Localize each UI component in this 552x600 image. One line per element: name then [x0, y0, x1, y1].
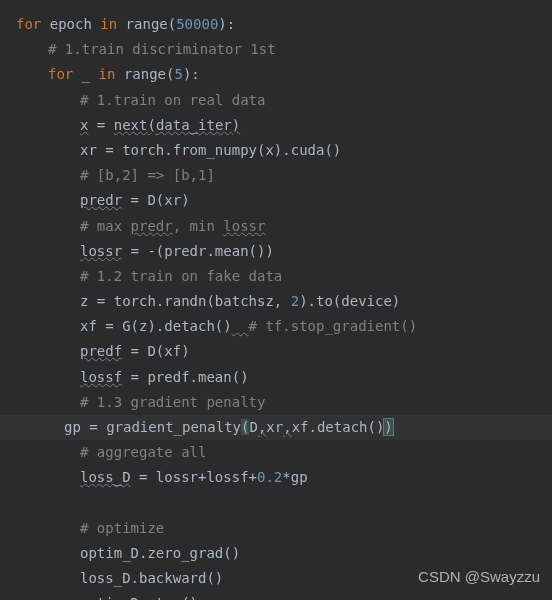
- code-line: # optimize: [16, 516, 536, 541]
- paren-caret: ): [384, 419, 392, 435]
- func-next: next: [114, 117, 148, 133]
- code-line: # aggregate all: [16, 440, 536, 465]
- paren-close: ):: [183, 66, 200, 82]
- code-text: = -(predr.mean()): [122, 243, 274, 259]
- code-block: for epoch in range(50000): # 1.train dis…: [0, 0, 552, 600]
- keyword-in: in: [99, 66, 116, 82]
- number: 0.2: [257, 469, 282, 485]
- code-line: lossf = predf.mean(): [16, 365, 536, 390]
- code-line: x = next(data_iter): [16, 113, 536, 138]
- func-range: range(: [115, 66, 174, 82]
- var-data-iter: data_iter: [156, 117, 232, 133]
- keyword-for: for: [16, 16, 41, 32]
- var-loss-d: loss_D: [80, 469, 131, 485]
- code-text: = lossr+lossf+: [131, 469, 257, 485]
- code-text: = D(xr): [122, 192, 189, 208]
- code-text: gp = gradient_penalty: [64, 419, 241, 435]
- var-d: D: [249, 419, 257, 435]
- op-eq: =: [88, 117, 113, 133]
- code-line: # 1.train on real data: [16, 88, 536, 113]
- comma: ,: [283, 419, 291, 435]
- code-line: loss_D = lossr+lossf+0.2*gp: [16, 465, 536, 490]
- comment: # 1.train discriminator 1st: [48, 41, 276, 57]
- var-epoch: epoch: [41, 16, 100, 32]
- comment-lossr: lossr: [223, 218, 265, 234]
- code-line: optim_D.step(): [16, 591, 536, 600]
- var-predf: predf: [80, 343, 122, 359]
- comment: # tf.stop_gradient(): [249, 318, 418, 334]
- code-line: predf = D(xf): [16, 339, 536, 364]
- code-text: xr = torch.from_numpy(x).cuda(): [80, 142, 341, 158]
- code-line: xr = torch.from_numpy(x).cuda(): [16, 138, 536, 163]
- comment: # optimize: [80, 520, 164, 536]
- code-text: = predf.mean(): [122, 369, 248, 385]
- comment: # 1.train on real data: [80, 92, 265, 108]
- comment: # max: [80, 218, 131, 234]
- code-line: xf = G(z).detach() # tf.stop_gradient(): [16, 314, 536, 339]
- code-line: # 1.train discriminator 1st: [16, 37, 536, 62]
- code-line: # max predr, min lossr: [16, 214, 536, 239]
- code-line: for epoch in range(50000):: [16, 12, 536, 37]
- code-text: *gp: [282, 469, 307, 485]
- code-text: xf.detach(: [292, 419, 376, 435]
- code-line: lossr = -(predr.mean()): [16, 239, 536, 264]
- space: [232, 318, 249, 334]
- code-line: z = torch.randn(batchsz, 2).to(device): [16, 289, 536, 314]
- comment: # 1.2 train on fake data: [80, 268, 282, 284]
- comment: # aggregate all: [80, 444, 206, 460]
- number: 2: [291, 293, 299, 309]
- code-line: # [b,2] => [b,1]: [16, 163, 536, 188]
- var-predr: predr: [80, 192, 122, 208]
- code-line-highlighted: gp = gradient_penalty(D,xr,xf.detach()): [0, 415, 552, 440]
- code-text: optim_D.zero_grad(): [80, 545, 240, 561]
- code-line: # 1.3 gradient penalty: [16, 390, 536, 415]
- comment: # [b,2] => [b,1]: [80, 167, 215, 183]
- func-range: range(: [117, 16, 176, 32]
- number: 5: [174, 66, 182, 82]
- number: 50000: [176, 16, 218, 32]
- code-line-blank: [16, 491, 536, 516]
- var-underscore: _: [73, 66, 98, 82]
- code-text: ).to(device): [299, 293, 400, 309]
- watermark: CSDN @Swayzzu: [418, 563, 540, 590]
- code-text: xf = G(z).detach(): [80, 318, 232, 334]
- paren: (: [147, 117, 155, 133]
- code-line: for _ in range(5):: [16, 62, 536, 87]
- paren: ): [232, 117, 240, 133]
- var-xr: xr: [266, 419, 283, 435]
- comment: # 1.3 gradient penalty: [80, 394, 265, 410]
- var-lossf: lossf: [80, 369, 122, 385]
- code-text: = D(xf): [122, 343, 189, 359]
- code-line: predr = D(xr): [16, 188, 536, 213]
- code-line: # 1.2 train on fake data: [16, 264, 536, 289]
- paren-close: ):: [218, 16, 235, 32]
- var-lossr: lossr: [80, 243, 122, 259]
- code-text: loss_D.backward(): [80, 570, 223, 586]
- comment-predr: predr: [131, 218, 173, 234]
- code-text: z = torch.randn(batchsz,: [80, 293, 291, 309]
- comment: , min: [173, 218, 224, 234]
- keyword-in: in: [100, 16, 117, 32]
- keyword-for: for: [48, 66, 73, 82]
- code-text: optim_D.step(): [80, 595, 198, 600]
